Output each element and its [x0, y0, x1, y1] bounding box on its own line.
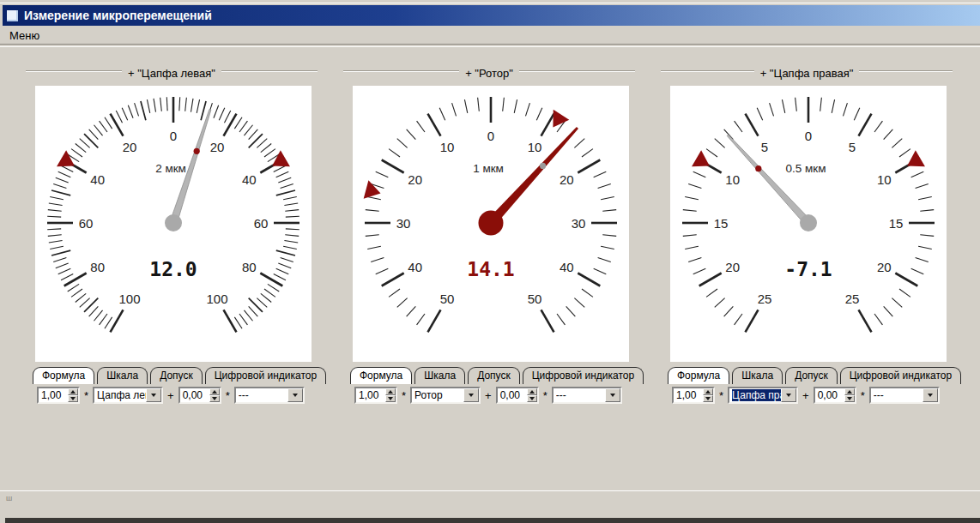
- coef1-spinner[interactable]: 1,00: [672, 387, 715, 404]
- tab-scale[interactable]: Шкала: [732, 367, 783, 384]
- source2-value: ---: [239, 389, 288, 401]
- status-note: ш: [6, 494, 12, 502]
- spin-up-icon[interactable]: [527, 388, 537, 395]
- gauge-dial: 020204040606080801001002 мкм12.0: [35, 86, 312, 362]
- formula-row: 1,00 * Ротор + 0,00 * ---: [354, 387, 622, 404]
- svg-text:60: 60: [79, 216, 94, 231]
- group-label: + "Цапфа левая": [122, 67, 221, 80]
- spinner-buttons: [703, 388, 713, 402]
- svg-text:40: 40: [90, 172, 105, 187]
- tab-row: ФормулаШкалаДопускЦифровой индикатор: [350, 367, 646, 384]
- window-icon[interactable]: [6, 9, 19, 22]
- spin-up-icon[interactable]: [68, 388, 78, 395]
- spin-down-icon[interactable]: [527, 395, 537, 402]
- svg-text:10: 10: [725, 172, 740, 187]
- source1-value: Ротор: [414, 389, 464, 401]
- svg-text:20: 20: [408, 172, 422, 187]
- coef1-value[interactable]: 1,00: [676, 389, 696, 401]
- spin-up-icon[interactable]: [209, 388, 220, 395]
- source1-value: Цапфа лев: [97, 389, 147, 401]
- dropdown-icon[interactable]: [146, 388, 161, 402]
- menu-bar: Меню: [3, 27, 977, 44]
- tab-digital-indicator[interactable]: Цифровой индикатор: [205, 367, 326, 384]
- window-title: Измерение микроперемещений: [24, 9, 212, 22]
- svg-text:15: 15: [714, 216, 729, 231]
- coef1-spinner[interactable]: 1,00: [37, 387, 80, 404]
- source1-combo[interactable]: Ротор: [410, 387, 481, 404]
- gauge-panel: 020204040606080801001002 мкм12.0: [35, 86, 312, 362]
- coef1-value[interactable]: 1,00: [41, 389, 61, 401]
- svg-text:80: 80: [242, 260, 257, 274]
- coef2-value[interactable]: 0,00: [818, 389, 838, 401]
- spin-up-icon[interactable]: [844, 388, 855, 395]
- tab-scale[interactable]: Шкала: [97, 367, 148, 384]
- spin-up-icon[interactable]: [703, 388, 713, 395]
- coef2-value[interactable]: 0,00: [183, 389, 203, 401]
- tab-tolerance[interactable]: Допуск: [150, 367, 203, 384]
- dropdown-icon[interactable]: [287, 388, 303, 402]
- svg-text:1 мкм: 1 мкм: [473, 162, 504, 175]
- svg-text:25: 25: [845, 292, 860, 306]
- formula-row: 1,00 * Цапфа лев + 0,00 * ---: [37, 387, 305, 404]
- svg-text:100: 100: [206, 292, 227, 306]
- svg-text:25: 25: [758, 292, 772, 306]
- tab-tolerance[interactable]: Допуск: [785, 367, 838, 384]
- svg-text:15: 15: [889, 216, 904, 231]
- coef2-value[interactable]: 0,00: [500, 389, 520, 401]
- source2-combo[interactable]: ---: [552, 387, 622, 404]
- tab-digital-indicator[interactable]: Цифровой индикатор: [840, 367, 961, 384]
- group-rotor: + "Ротор" 0101020203030404050501 мкм14.1…: [343, 51, 635, 420]
- multiply-operator: *: [539, 389, 552, 402]
- spin-down-icon[interactable]: [844, 395, 855, 402]
- svg-text:20: 20: [560, 172, 574, 187]
- dropdown-icon[interactable]: [781, 388, 796, 402]
- source1-combo[interactable]: Цапфа лев: [93, 387, 163, 404]
- svg-text:14.1: 14.1: [467, 258, 514, 280]
- gauge-panel: 05510101515202025250.5 мкм-7.1: [670, 86, 947, 362]
- svg-text:30: 30: [572, 216, 586, 231]
- dropdown-icon[interactable]: [463, 388, 479, 402]
- source1-combo[interactable]: Цапфа пра: [728, 387, 798, 404]
- svg-text:30: 30: [396, 216, 411, 231]
- svg-text:0: 0: [487, 129, 494, 143]
- svg-text:40: 40: [242, 172, 257, 187]
- window-top-highlight: [0, 3, 980, 3]
- coef1-spinner[interactable]: 1,00: [354, 387, 397, 404]
- tab-digital-indicator[interactable]: Цифровой индикатор: [523, 367, 644, 384]
- spin-down-icon[interactable]: [703, 395, 713, 402]
- svg-text:100: 100: [118, 292, 140, 306]
- multiply-operator: *: [715, 389, 728, 402]
- source2-combo[interactable]: ---: [234, 387, 305, 404]
- source1-value-selected: Цапфа пра: [732, 389, 782, 401]
- spinner-buttons: [68, 388, 78, 402]
- svg-text:60: 60: [254, 216, 269, 231]
- svg-text:50: 50: [440, 292, 455, 306]
- menu-item-menu[interactable]: Меню: [3, 27, 46, 44]
- source2-combo[interactable]: ---: [869, 387, 940, 404]
- tab-formula[interactable]: Формула: [350, 367, 412, 384]
- tab-scale[interactable]: Шкала: [414, 367, 465, 384]
- tab-formula[interactable]: Формула: [33, 367, 94, 384]
- source2-value: ---: [874, 389, 923, 401]
- plus-operator: +: [798, 389, 814, 402]
- coef2-spinner[interactable]: 0,00: [814, 387, 856, 404]
- gauge-dial: 05510101515202025250.5 мкм-7.1: [670, 86, 947, 362]
- spinner-buttons: [844, 388, 855, 402]
- tab-tolerance[interactable]: Допуск: [468, 367, 520, 384]
- coef2-spinner[interactable]: 0,00: [178, 387, 221, 404]
- spin-down-icon[interactable]: [209, 395, 220, 402]
- coef2-spinner[interactable]: 0,00: [496, 387, 539, 404]
- spin-down-icon[interactable]: [385, 395, 396, 402]
- multiply-operator: *: [221, 389, 234, 402]
- tab-formula[interactable]: Формула: [668, 367, 729, 384]
- coef1-value[interactable]: 1,00: [359, 389, 378, 401]
- multiply-operator: *: [397, 389, 410, 402]
- tab-row: ФормулаШкалаДопускЦифровой индикатор: [33, 367, 329, 384]
- svg-text:40: 40: [560, 260, 574, 274]
- dropdown-icon[interactable]: [605, 388, 620, 402]
- svg-text:10: 10: [877, 172, 892, 187]
- svg-text:5: 5: [849, 140, 856, 154]
- dropdown-icon[interactable]: [923, 388, 938, 402]
- spin-down-icon[interactable]: [68, 395, 78, 402]
- spin-up-icon[interactable]: [385, 388, 396, 395]
